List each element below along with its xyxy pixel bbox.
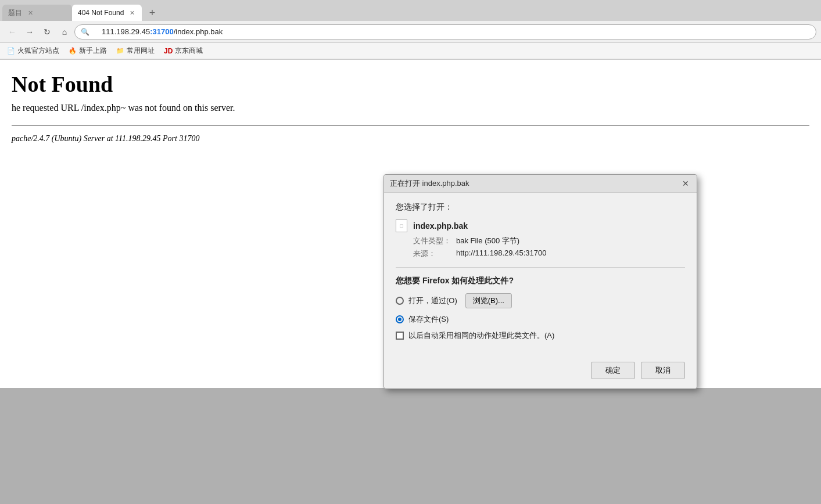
modal-divider	[396, 267, 685, 268]
cancel-button[interactable]: 取消	[641, 362, 685, 379]
modal-radio-open-label: 打开，通过(O)	[408, 296, 457, 306]
modal-auto-action-row[interactable]: 以后自动采用相同的动作处理此类文件。(A)	[396, 330, 685, 341]
modal-meta-source: 来源： http://111.198.29.45:31700	[413, 249, 685, 259]
browse-button[interactable]: 浏览(B)...	[465, 293, 512, 308]
modal-question: 您想要 Firefox 如何处理此文件?	[396, 276, 685, 286]
modal-body: 您选择了打开： □ index.php.bak 文件类型： bak File (…	[384, 193, 697, 356]
modal-file-row: □ index.php.bak	[396, 219, 685, 232]
filetype-label: 文件类型：	[413, 236, 454, 246]
modal-radio-save[interactable]	[396, 315, 404, 323]
modal-close-button[interactable]: ✕	[680, 178, 691, 189]
file-icon: □	[396, 219, 407, 232]
file-open-dialog: 正在打开 index.php.bak ✕ 您选择了打开： □ index.php…	[383, 174, 697, 389]
modal-meta-filetype: 文件类型： bak File (500 字节)	[413, 236, 685, 246]
filetype-value: bak File (500 字节)	[456, 236, 519, 246]
modal-footer: 确定 取消	[384, 356, 697, 388]
modal-titlebar: 正在打开 index.php.bak ✕	[384, 175, 697, 193]
modal-backdrop: 正在打开 index.php.bak ✕ 您选择了打开： □ index.php…	[0, 0, 821, 504]
modal-auto-action-label: 以后自动采用相同的动作处理此类文件。(A)	[408, 330, 554, 341]
source-value: http://111.198.29.45:31700	[456, 249, 546, 259]
source-label: 来源：	[413, 249, 454, 259]
ok-button[interactable]: 确定	[591, 362, 635, 379]
modal-option-open-row[interactable]: 打开，通过(O) 浏览(B)...	[396, 293, 685, 308]
modal-title: 正在打开 index.php.bak	[390, 178, 469, 189]
modal-radio-save-label: 保存文件(S)	[408, 314, 449, 325]
modal-filename: index.php.bak	[413, 221, 468, 231]
modal-auto-action-checkbox[interactable]	[396, 332, 404, 340]
modal-option-save-row[interactable]: 保存文件(S)	[396, 314, 685, 325]
modal-section-title: 您选择了打开：	[396, 202, 685, 213]
modal-radio-open[interactable]	[396, 297, 404, 305]
